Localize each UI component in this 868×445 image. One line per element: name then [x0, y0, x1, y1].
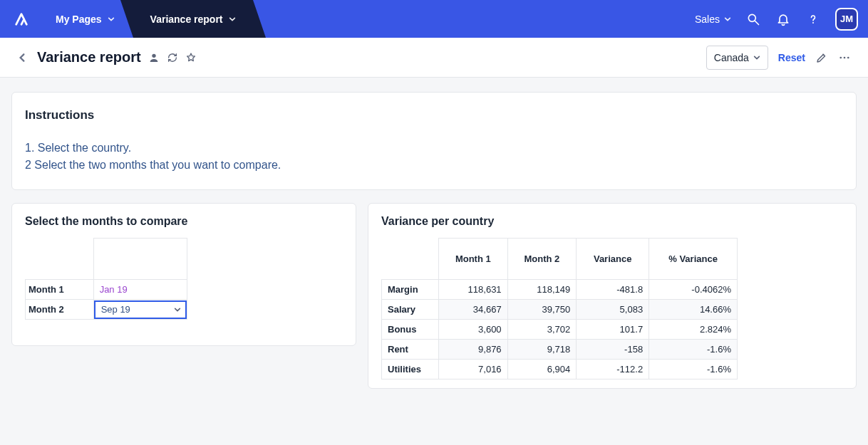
- col-month2[interactable]: Month 2: [507, 239, 577, 280]
- row-label: Margin: [382, 280, 439, 300]
- app-bar-right: Sales JM: [695, 8, 868, 31]
- row-label: Salary: [382, 300, 439, 320]
- instructions-card: Instructions 1. Select the country. 2 Se…: [11, 92, 857, 190]
- chevron-down-icon: [753, 54, 760, 61]
- table-row: Month 2 Sep 19: [26, 300, 187, 320]
- row-label: Rent: [382, 340, 439, 360]
- row-two-cards: Select the months to compare Month 1 Jan…: [11, 203, 857, 389]
- sales-menu[interactable]: Sales: [695, 14, 731, 25]
- cell-value[interactable]: 9,876: [439, 340, 508, 360]
- my-pages-menu[interactable]: My Pages: [43, 0, 128, 38]
- svg-point-4: [839, 56, 842, 58]
- more-icon[interactable]: [838, 51, 851, 64]
- cell-value[interactable]: -1.6%: [649, 360, 738, 379]
- svg-point-2: [812, 22, 814, 23]
- col-variance[interactable]: Variance: [577, 239, 649, 280]
- svg-point-6: [847, 56, 849, 58]
- cell-value[interactable]: -112.2: [577, 360, 649, 379]
- chevron-down-icon: [108, 16, 115, 23]
- table-row: Utilities 7,016 6,904 -112.2 -1.6%: [382, 360, 738, 379]
- cell-value[interactable]: 3,702: [507, 320, 577, 340]
- month1-label: Month 1: [26, 280, 94, 300]
- variance-table: Month 1 Month 2 Variance % Variance Marg…: [381, 238, 738, 379]
- cell-value[interactable]: 9,718: [507, 340, 577, 360]
- bell-icon[interactable]: [775, 11, 791, 27]
- table-row: Salary 34,667 39,750 5,083 14.66%: [382, 300, 738, 320]
- col-pct-variance[interactable]: % Variance: [649, 239, 738, 280]
- row-label: Bonus: [382, 320, 439, 340]
- instructions-title: Instructions: [25, 108, 843, 122]
- compare-card-title: Select the months to compare: [25, 215, 343, 228]
- page-title-icons: [148, 52, 197, 63]
- table-row: Rent 9,876 9,718 -158 -1.6%: [382, 340, 738, 360]
- person-icon[interactable]: [148, 52, 160, 63]
- variance-card: Variance per country Month 1 Month 2 Var…: [368, 203, 857, 389]
- svg-point-0: [748, 14, 755, 21]
- edit-icon[interactable]: [815, 51, 828, 64]
- cell-value[interactable]: 118,631: [439, 280, 508, 300]
- cell-value[interactable]: 14.66%: [649, 300, 738, 320]
- cell-value[interactable]: -158: [577, 340, 649, 360]
- table-row: Month 1 Jan 19: [26, 280, 187, 300]
- sub-header-right: Canada Reset: [706, 46, 851, 70]
- cell-value[interactable]: 34,667: [439, 300, 508, 320]
- star-icon[interactable]: [185, 52, 197, 63]
- instructions-line-1: 1. Select the country.: [25, 140, 843, 157]
- country-selector[interactable]: Canada: [706, 46, 768, 70]
- chevron-down-icon: [174, 306, 181, 313]
- back-button[interactable]: [17, 53, 27, 63]
- cell-value[interactable]: 118,149: [507, 280, 577, 300]
- cell-value[interactable]: -481.8: [577, 280, 649, 300]
- avatar-initials: JM: [840, 14, 853, 24]
- month1-cell[interactable]: Jan 19: [93, 280, 187, 300]
- app-logo-icon[interactable]: [0, 0, 43, 38]
- svg-point-3: [152, 53, 155, 57]
- main-content: Instructions 1. Select the country. 2 Se…: [0, 78, 868, 403]
- my-pages-label: My Pages: [56, 14, 102, 25]
- cell-value[interactable]: -1.6%: [649, 340, 738, 360]
- col-month1[interactable]: Month 1: [439, 239, 508, 280]
- reset-button[interactable]: Reset: [778, 52, 805, 63]
- cell-value[interactable]: 101.7: [577, 320, 649, 340]
- cell-value[interactable]: 39,750: [507, 300, 577, 320]
- sales-label: Sales: [695, 14, 720, 25]
- compare-table: Month 1 Jan 19 Month 2 Sep 19: [25, 238, 187, 320]
- svg-point-5: [844, 56, 846, 58]
- cell-value[interactable]: 5,083: [577, 300, 649, 320]
- refresh-icon[interactable]: [167, 52, 178, 63]
- instructions-line-2: 2 Select the two months that you want to…: [25, 157, 843, 174]
- row-label: Utilities: [382, 360, 439, 379]
- chevron-down-icon: [724, 16, 731, 23]
- cell-value[interactable]: 7,016: [439, 360, 508, 379]
- variance-card-title: Variance per country: [381, 215, 843, 228]
- search-icon[interactable]: [745, 11, 761, 27]
- help-icon[interactable]: [805, 11, 821, 27]
- month1-value: Jan 19: [94, 280, 187, 299]
- table-row: Margin 118,631 118,149 -481.8 -0.4062%: [382, 280, 738, 300]
- page-title: Variance report: [37, 49, 141, 66]
- app-bar: My Pages Variance report Sales JM: [0, 0, 868, 38]
- tab-variance-report[interactable]: Variance report: [133, 0, 253, 38]
- chevron-down-icon: [229, 16, 236, 23]
- cell-value[interactable]: 3,600: [439, 320, 508, 340]
- svg-line-1: [755, 21, 759, 24]
- table-row: Bonus 3,600 3,702 101.7 2.824%: [382, 320, 738, 340]
- country-label: Canada: [714, 52, 749, 63]
- month2-select[interactable]: Sep 19: [94, 300, 187, 319]
- month2-value: Sep 19: [101, 304, 130, 315]
- cell-value[interactable]: -0.4062%: [649, 280, 738, 300]
- active-tab-label: Variance report: [150, 14, 223, 25]
- cell-value[interactable]: 6,904: [507, 360, 577, 379]
- month2-cell[interactable]: Sep 19: [93, 300, 187, 320]
- cell-value[interactable]: 2.824%: [649, 320, 738, 340]
- avatar[interactable]: JM: [835, 8, 858, 31]
- month2-label: Month 2: [26, 300, 94, 320]
- compare-card: Select the months to compare Month 1 Jan…: [11, 203, 356, 346]
- sub-header: Variance report Canada Reset: [0, 38, 868, 78]
